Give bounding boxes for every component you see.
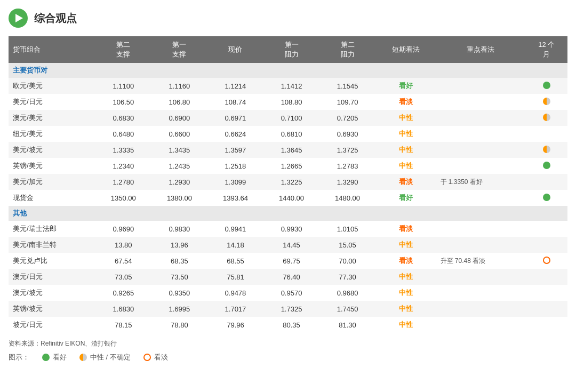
legend-half-dot	[79, 354, 87, 361]
source-text: 资料来源：Refinitiv EIKON、渣打银行	[9, 339, 567, 348]
col-price: 现价	[207, 36, 263, 63]
table-row: 英镑/美元1.23401.24351.25181.26651.2783中性	[9, 158, 567, 174]
dot-half-icon	[543, 98, 550, 105]
price-cell: 1.2340	[95, 158, 151, 174]
price-cell: 14.45	[263, 237, 319, 253]
price-cell: 1.2665	[263, 158, 319, 174]
page-header: 综合观点	[9, 9, 567, 28]
outlook-cell: 看淡	[375, 94, 436, 110]
price-cell: 14.18	[207, 237, 263, 253]
table-header-row: 货币组合 第二支撑 第一支撑 现价 第一阻力 第二阻力 短期看法 重点看法 12…	[9, 36, 567, 63]
price-cell: 13.96	[151, 237, 207, 253]
price-cell: 76.40	[263, 269, 319, 285]
outlook-cell: 中性	[375, 110, 436, 126]
price-cell: 1440.00	[263, 190, 319, 206]
pair-name: 纽元/美元	[9, 126, 95, 142]
pair-name: 美元兑卢比	[9, 253, 95, 269]
price-cell: 0.9941	[207, 221, 263, 237]
price-cell: 81.30	[319, 317, 375, 333]
note-cell	[436, 269, 526, 285]
price-cell: 1480.00	[319, 190, 375, 206]
col-r2: 第二阻力	[319, 36, 375, 63]
note-cell	[436, 94, 526, 110]
note-cell	[436, 221, 526, 237]
note-cell	[436, 301, 526, 317]
note-cell	[436, 285, 526, 301]
price-cell: 1.1545	[319, 78, 375, 94]
indicator-cell	[525, 158, 567, 174]
note-cell	[436, 190, 526, 206]
price-cell: 0.6830	[95, 110, 151, 126]
legend-empty-dot	[143, 354, 151, 361]
outlook-cell: 中性	[375, 126, 436, 142]
price-cell: 1.6830	[95, 301, 151, 317]
price-cell: 0.6624	[207, 126, 263, 142]
price-cell: 106.80	[151, 94, 207, 110]
outlook-cell: 中性	[375, 158, 436, 174]
price-cell: 108.74	[207, 94, 263, 110]
price-cell: 0.6480	[95, 126, 151, 142]
price-cell: 1.1160	[151, 78, 207, 94]
price-cell: 1.3435	[151, 142, 207, 158]
table-row: 美元/坡元1.33351.34351.35971.36451.3725中性	[9, 142, 567, 158]
price-cell: 0.9830	[151, 221, 207, 237]
section-header: 主要货币对	[9, 63, 567, 78]
outlook-cell: 看淡	[375, 221, 436, 237]
price-cell: 1.2783	[319, 158, 375, 174]
price-cell: 1.3099	[207, 174, 263, 190]
table-row: 美元/南非兰特13.8013.9614.1814.4515.05中性	[9, 237, 567, 253]
dot-half-icon	[543, 146, 550, 153]
price-cell: 80.35	[263, 317, 319, 333]
price-cell: 1350.00	[95, 190, 151, 206]
indicator-cell	[525, 174, 567, 190]
price-cell: 1.7325	[263, 301, 319, 317]
outlook-cell: 中性	[375, 317, 436, 333]
price-cell: 69.75	[263, 253, 319, 269]
play-button[interactable]	[9, 9, 28, 28]
legend-bearish: 看淡	[143, 353, 168, 362]
legend: 图示： 看好 中性 / 不确定 看淡	[9, 353, 567, 362]
outlook-cell: 看淡	[375, 174, 436, 190]
price-cell: 0.6971	[207, 110, 263, 126]
legend-neutral: 中性 / 不确定	[79, 353, 131, 362]
pair-name: 现货金	[9, 190, 95, 206]
indicator-cell	[525, 253, 567, 269]
table-row: 坡元/日元78.1578.8079.9680.3581.30中性	[9, 317, 567, 333]
dot-half-icon	[543, 114, 550, 121]
table-row: 美元/日元106.50106.80108.74108.80109.70看淡	[9, 94, 567, 110]
col-s2: 第二支撑	[95, 36, 151, 63]
price-cell: 77.30	[319, 269, 375, 285]
note-cell	[436, 126, 526, 142]
pair-name: 坡元/日元	[9, 317, 95, 333]
indicator-cell	[525, 126, 567, 142]
price-cell: 1.3645	[263, 142, 319, 158]
indicator-cell	[525, 301, 567, 317]
pair-name: 美元/日元	[9, 94, 95, 110]
price-cell: 0.9350	[151, 285, 207, 301]
outlook-cell: 中性	[375, 285, 436, 301]
pair-name: 澳元/坡元	[9, 285, 95, 301]
price-cell: 1.3597	[207, 142, 263, 158]
price-cell: 0.6930	[319, 126, 375, 142]
pair-name: 美元/瑞士法郎	[9, 221, 95, 237]
price-cell: 1.0105	[319, 221, 375, 237]
col-s1: 第一支撑	[151, 36, 207, 63]
price-cell: 1.2930	[151, 174, 207, 190]
legend-label: 图示：	[9, 353, 29, 362]
price-cell: 0.9930	[263, 221, 319, 237]
table-row: 美元兑卢比67.5468.3568.5569.7570.00看淡升至 70.48…	[9, 253, 567, 269]
indicator-cell	[525, 269, 567, 285]
price-cell: 1.3725	[319, 142, 375, 158]
price-cell: 1.1214	[207, 78, 263, 94]
price-cell: 79.96	[207, 317, 263, 333]
price-cell: 68.35	[151, 253, 207, 269]
indicator-cell	[525, 110, 567, 126]
price-cell: 1393.64	[207, 190, 263, 206]
indicator-cell	[525, 190, 567, 206]
pair-name: 澳元/日元	[9, 269, 95, 285]
col-12m: 12 个月	[525, 36, 567, 63]
price-cell: 78.80	[151, 317, 207, 333]
pair-name: 英镑/坡元	[9, 301, 95, 317]
outlook-cell: 看好	[375, 78, 436, 94]
indicator-cell	[525, 317, 567, 333]
